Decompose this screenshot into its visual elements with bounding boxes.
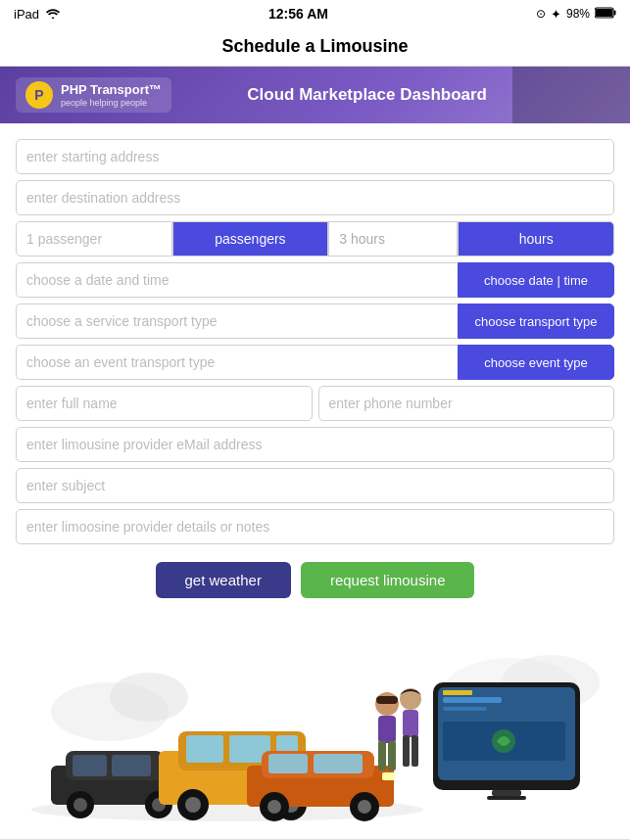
wifi-icon bbox=[45, 7, 61, 22]
svg-point-34 bbox=[358, 800, 371, 814]
request-limousine-button[interactable]: request limousine bbox=[301, 562, 475, 598]
choose-event-button[interactable]: choose event type bbox=[458, 345, 614, 380]
svg-rect-44 bbox=[412, 735, 418, 767]
page-title: Schedule a Limousine bbox=[221, 36, 408, 57]
battery-icon bbox=[595, 7, 616, 22]
svg-rect-40 bbox=[376, 696, 398, 704]
logo-icon: P bbox=[25, 81, 53, 109]
name-phone-row bbox=[16, 386, 614, 421]
svg-rect-47 bbox=[443, 697, 502, 703]
main-content: 1 passenger passengers 3 hours hours cho… bbox=[0, 123, 630, 614]
svg-rect-35 bbox=[382, 772, 395, 780]
svg-rect-2 bbox=[596, 9, 612, 17]
svg-rect-38 bbox=[378, 741, 386, 770]
notes-input[interactable] bbox=[16, 509, 614, 544]
location-icon: ⊙ bbox=[536, 7, 546, 21]
bluetooth-icon: ✦ bbox=[551, 7, 561, 22]
svg-rect-29 bbox=[268, 754, 308, 773]
svg-rect-37 bbox=[378, 716, 396, 743]
title-bar: Schedule a Limousine bbox=[0, 27, 630, 67]
header-banner: P PHP Transport™ people helping people C… bbox=[0, 67, 630, 123]
svg-point-13 bbox=[73, 798, 87, 812]
status-left: iPad bbox=[14, 7, 61, 22]
illustration-area bbox=[0, 614, 630, 839]
starting-address-input[interactable] bbox=[16, 139, 614, 174]
choose-datetime-button[interactable]: choose date | time bbox=[458, 262, 614, 298]
svg-point-41 bbox=[400, 688, 421, 710]
logo-tagline: people helping people bbox=[61, 98, 162, 108]
svg-rect-51 bbox=[443, 690, 472, 695]
svg-rect-52 bbox=[492, 790, 521, 796]
svg-rect-42 bbox=[403, 710, 418, 737]
subject-input[interactable] bbox=[16, 468, 614, 503]
svg-rect-19 bbox=[186, 735, 223, 763]
service-transport-placeholder: choose a service transport type bbox=[16, 303, 458, 339]
get-weather-button[interactable]: get weather bbox=[156, 562, 291, 598]
passenger-count-display: 1 passenger bbox=[16, 221, 172, 257]
event-transport-row: choose an event transport type choose ev… bbox=[16, 345, 614, 380]
action-buttons-row: get weather request limousine bbox=[16, 562, 614, 598]
cars-scene-svg bbox=[31, 633, 600, 829]
svg-rect-39 bbox=[388, 741, 396, 770]
hours-button[interactable]: hours bbox=[458, 221, 614, 257]
logo-brand-name: PHP Transport™ bbox=[61, 82, 162, 98]
datetime-row: choose a date and time choose date | tim… bbox=[16, 262, 614, 298]
hours-count-display: 3 hours bbox=[328, 221, 458, 257]
svg-rect-30 bbox=[314, 754, 363, 773]
svg-point-23 bbox=[185, 797, 201, 813]
status-bar: iPad 12:56 AM ⊙ ✦ 98% bbox=[0, 0, 630, 27]
svg-rect-10 bbox=[73, 755, 107, 776]
svg-rect-43 bbox=[403, 735, 410, 767]
svg-point-32 bbox=[267, 800, 281, 814]
svg-point-4 bbox=[110, 673, 188, 722]
banner-title: Cloud Marketplace Dashboard bbox=[247, 85, 487, 105]
status-right: ⊙ ✦ 98% bbox=[536, 7, 616, 22]
svg-rect-11 bbox=[112, 755, 151, 776]
svg-rect-48 bbox=[443, 707, 487, 711]
carrier-label: iPad bbox=[14, 7, 39, 22]
email-input[interactable] bbox=[16, 427, 614, 462]
phone-number-input[interactable] bbox=[318, 386, 615, 421]
passengers-hours-row: 1 passenger passengers 3 hours hours bbox=[16, 221, 614, 257]
choose-transport-button[interactable]: choose transport type bbox=[458, 303, 614, 339]
full-name-input[interactable] bbox=[16, 386, 313, 421]
passengers-button[interactable]: passengers bbox=[172, 221, 329, 257]
battery-label: 98% bbox=[566, 7, 590, 21]
event-transport-placeholder: choose an event transport type bbox=[16, 345, 458, 380]
service-transport-row: choose a service transport type choose t… bbox=[16, 303, 614, 339]
logo-text-block: PHP Transport™ people helping people bbox=[61, 82, 162, 108]
svg-rect-1 bbox=[613, 10, 615, 15]
time-display: 12:56 AM bbox=[268, 6, 328, 22]
destination-address-input[interactable] bbox=[16, 180, 614, 215]
svg-rect-53 bbox=[487, 796, 526, 800]
logo-area: P PHP Transport™ people helping people bbox=[16, 77, 171, 113]
datetime-placeholder: choose a date and time bbox=[16, 262, 458, 298]
